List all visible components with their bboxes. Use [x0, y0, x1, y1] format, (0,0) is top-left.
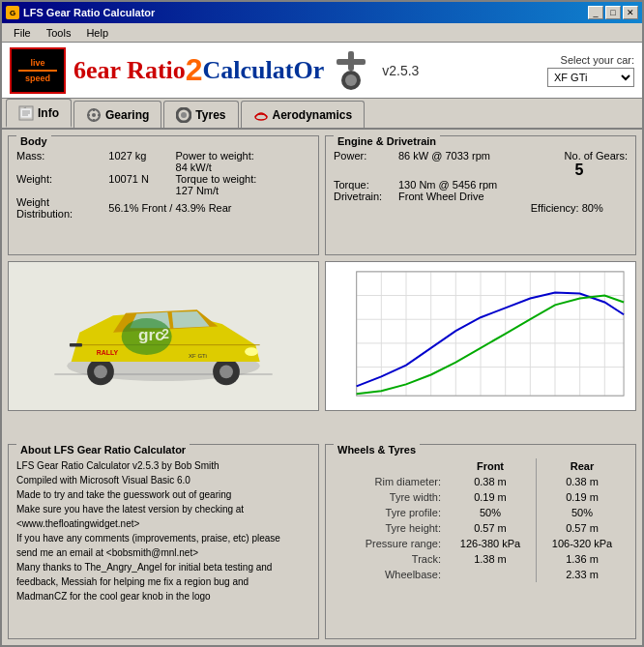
table-row: Wheelbase:2.33 m [334, 567, 628, 582]
logo-live: live [30, 58, 44, 68]
header-title-part1: 6ear Ratio [73, 56, 186, 85]
header: live speed 6ear Ratio 2 CalculatOr v2.5.… [2, 43, 642, 99]
empty [16, 162, 108, 173]
maximize-button[interactable]: □ [605, 6, 621, 19]
table-row: Torque: 130 Nm @ 5456 rpm [334, 179, 628, 191]
header-version: v2.5.3 [382, 63, 419, 78]
drivetrain-label: Drivetrain: [334, 191, 398, 202]
about-line-5: Make sure you have the latest version by… [16, 502, 310, 516]
menu-file[interactable]: File [6, 25, 39, 41]
ptw-val2: 84 kW/t [176, 162, 310, 173]
header-title-part2: CalculatOr [203, 56, 325, 85]
table-row: Pressure range:126-380 kPa106-320 kPa [334, 536, 628, 551]
table-row: Weight: 10071 N Torque to weight: [16, 173, 310, 185]
info-tab-icon [18, 105, 34, 121]
gear-knob-icon [332, 47, 370, 94]
ttw-label: Torque to weight: [176, 173, 310, 185]
logo: live speed [10, 47, 66, 94]
svg-text:grc: grc [138, 325, 164, 344]
car-dropdown: XF GTi XR GT XR GTi FZ50 [547, 68, 634, 87]
drivetrain-value: Front Wheel Drive [398, 191, 531, 202]
wheels-row-rear: 0.57 m [536, 520, 628, 536]
empty [334, 162, 398, 179]
about-line-1: Compiled with Microsoft Visual Basic 6.0 [16, 473, 310, 487]
tabs-bar: Info Gearing [2, 99, 642, 130]
about-line-3: Made to try and take the guesswork out o… [16, 487, 310, 502]
tab-tyres-label: Tyres [195, 108, 225, 122]
efficiency-label: Efficiency: [531, 202, 579, 214]
table-row: Tyre height:0.57 m0.57 m [334, 520, 628, 536]
table-row: Tyre width:0.19 m0.19 m [334, 489, 628, 505]
wheels-row-rear: 1.36 m [536, 551, 628, 567]
window-title: LFS Gear Ratio Calculator [23, 7, 588, 18]
tab-tyres[interactable]: Tyres [163, 101, 238, 128]
title-bar: G LFS Gear Ratio Calculator _ □ ✕ [2, 2, 642, 23]
table-row: WeightDistribution: 56.1% Front / 43.9% … [16, 196, 310, 220]
weight-value: 10071 N [108, 173, 175, 185]
wheels-col-rear: Rear [536, 458, 628, 474]
tyres-tab-icon [176, 107, 191, 123]
svg-point-22 [94, 365, 107, 378]
tab-info[interactable]: Info [6, 99, 72, 128]
tab-gearing-label: Gearing [105, 108, 149, 122]
svg-rect-15 [98, 114, 101, 116]
empty [108, 162, 175, 173]
wheels-row-rear: 2.33 m [536, 567, 628, 582]
gears-label: No. of Gears: [531, 150, 628, 162]
car-select-label: Select your car: [561, 54, 634, 66]
tab-info-label: Info [38, 106, 59, 120]
table-row: Power: 86 kW @ 7033 rpm No. of Gears: [334, 150, 628, 162]
wheels-row-label: Track: [334, 551, 445, 567]
body-panel-title: Body [16, 135, 51, 147]
main-content: Body Mass: 1027 kg Power to weight: 84 k… [2, 130, 642, 645]
wheels-row-rear: 50% [536, 505, 628, 520]
aero-tab-icon [253, 107, 269, 123]
mass-value: 1027 kg [108, 150, 175, 162]
table-row: Mass: 1027 kg Power to weight: [16, 150, 310, 162]
wd-value: 56.1% Front / 43.9% Rear [108, 196, 310, 220]
car-select-input[interactable]: XF GTi XR GT XR GTi FZ50 [547, 68, 634, 87]
svg-text:XF GTi: XF GTi [189, 352, 207, 358]
tab-gearing[interactable]: Gearing [73, 101, 161, 128]
main-window: G LFS Gear Ratio Calculator _ □ ✕ File T… [0, 0, 644, 647]
svg-rect-13 [93, 119, 95, 122]
about-line-12: feedback, Messiah for helping me fix a r… [16, 574, 310, 589]
wheels-row-label: Tyre height: [334, 520, 445, 536]
svg-text:2: 2 [161, 325, 169, 340]
minimize-button[interactable]: _ [588, 6, 603, 19]
wheels-row-label: Tyre profile: [334, 505, 445, 520]
header-title: 6ear Ratio 2 CalculatOr v2.5.3 [73, 47, 528, 94]
about-line-11: Many thanks to The_Angry_Angel for initi… [16, 560, 310, 574]
weight-label: Weight: [16, 173, 108, 185]
wheels-col-empty [334, 458, 445, 474]
table-row: 5 [334, 162, 628, 179]
wheels-row-rear: 0.19 m [536, 489, 628, 505]
empty [334, 202, 398, 214]
menu-tools[interactable]: Tools [39, 25, 79, 41]
svg-point-24 [220, 365, 233, 378]
tab-aerodynamics[interactable]: Aerodynamics [241, 101, 366, 128]
wheels-row-label: Pressure range: [334, 536, 445, 551]
svg-point-11 [92, 113, 96, 117]
svg-point-3 [345, 74, 357, 86]
torque-value: 130 Nm @ 5456 rpm [398, 179, 531, 191]
empty [398, 202, 531, 214]
close-button[interactable]: ✕ [623, 6, 638, 19]
logo-speed: speed [25, 74, 50, 83]
wheels-row-front [445, 567, 537, 582]
engine-panel-title: Engine & Drivetrain [334, 135, 440, 147]
menu-bar: File Tools Help [2, 23, 642, 43]
empty [108, 185, 175, 196]
table-row: Drivetrain: Front Wheel Drive [334, 191, 628, 202]
wheels-row-front: 0.38 m [445, 474, 537, 489]
wheels-panel: Wheels & Tyres Front Rear Rim diameter:0… [325, 444, 636, 639]
table-row: Efficiency: 80% [334, 202, 628, 214]
car-image-panel: grc 2 RALLY XF GTi [8, 261, 319, 411]
power-value: 86 kW @ 7033 rpm [398, 150, 531, 162]
wheels-row-rear: 0.38 m [536, 474, 628, 489]
menu-help[interactable]: Help [78, 25, 116, 41]
empty [398, 162, 531, 179]
torque-label: Torque: [334, 179, 398, 191]
ttw-val2: 127 Nm/t [176, 185, 310, 196]
about-line-6: <www.thefloatingwidget.net> [16, 516, 310, 531]
